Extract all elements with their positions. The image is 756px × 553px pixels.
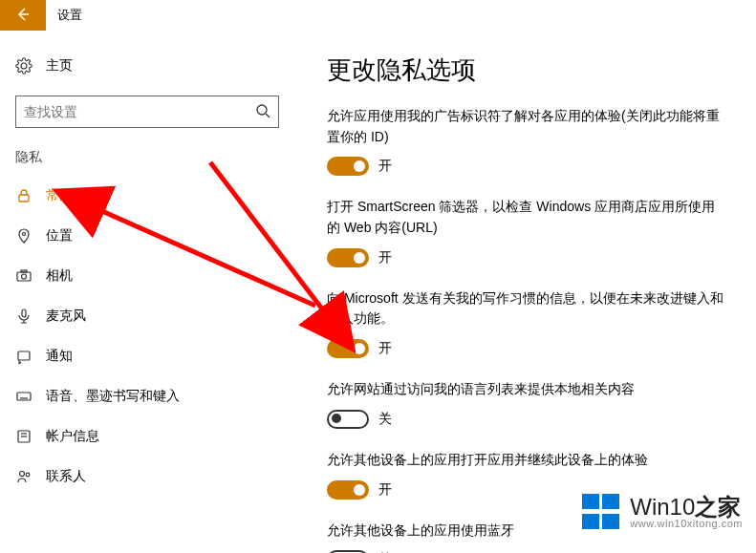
sidebar-item-label: 联系人 bbox=[46, 468, 86, 485]
sidebar-item-location[interactable]: 位置 bbox=[0, 216, 294, 256]
svg-point-0 bbox=[257, 105, 267, 115]
svg-rect-7 bbox=[22, 309, 26, 317]
setting-desc: 允许应用使用我的广告标识符了解对各应用的体验(关闭此功能将重置你的 ID) bbox=[327, 106, 727, 147]
toggle-label: 开 bbox=[378, 481, 392, 499]
sidebar-item-speech[interactable]: 语音、墨迹书写和键入 bbox=[0, 376, 294, 416]
sidebar-home-label: 主页 bbox=[46, 57, 73, 74]
setting-typing-info: 向 Microsoft 发送有关我的写作习惯的信息，以便在未来改进键入和写入功能… bbox=[327, 288, 727, 358]
sidebar-item-label: 通知 bbox=[46, 348, 73, 365]
arrow-left-icon bbox=[15, 7, 31, 25]
toggle-advertising-id[interactable] bbox=[327, 157, 369, 176]
setting-other-devices-apps: 允许其他设备上的应用打开应用并继续此设备上的体验 开 bbox=[327, 450, 727, 500]
sidebar-item-contacts[interactable]: 联系人 bbox=[0, 457, 294, 497]
camera-icon bbox=[15, 268, 32, 284]
toggle-label: 开 bbox=[378, 340, 392, 357]
sidebar-item-label: 常规 bbox=[46, 187, 73, 204]
toggle-other-devices-apps[interactable] bbox=[327, 480, 369, 500]
svg-point-5 bbox=[22, 274, 27, 279]
windows-logo-icon bbox=[582, 494, 622, 530]
toggle-label: 开 bbox=[378, 249, 392, 266]
setting-desc: 允许其他设备上的应用打开应用并继续此设备上的体验 bbox=[327, 450, 727, 471]
toggle-label: 关 bbox=[378, 411, 392, 428]
svg-line-1 bbox=[266, 114, 270, 117]
svg-point-16 bbox=[20, 472, 25, 477]
sidebar-item-label: 帐户信息 bbox=[46, 428, 99, 445]
titlebar: 设置 bbox=[0, 0, 756, 31]
content-pane: 更改隐私选项 允许应用使用我的广告标识符了解对各应用的体验(关闭此功能将重置你的… bbox=[294, 31, 756, 553]
svg-rect-9 bbox=[17, 393, 31, 400]
sidebar-home[interactable]: 主页 bbox=[0, 50, 294, 82]
sidebar-group-label: 隐私 bbox=[0, 145, 294, 176]
svg-rect-4 bbox=[17, 272, 31, 281]
setting-advertising-id: 允许应用使用我的广告标识符了解对各应用的体验(关闭此功能将重置你的 ID) 开 bbox=[327, 106, 727, 176]
svg-point-17 bbox=[26, 473, 30, 477]
gear-icon bbox=[15, 57, 32, 74]
sidebar-item-label: 语音、墨迹书写和键入 bbox=[46, 388, 180, 405]
search-input[interactable] bbox=[24, 104, 255, 119]
setting-desc: 允许网站通过访问我的语言列表来提供本地相关内容 bbox=[327, 379, 727, 400]
keyboard-icon bbox=[15, 389, 32, 404]
watermark-text: Win10之家 bbox=[630, 496, 743, 519]
toggle-smartscreen[interactable] bbox=[327, 248, 369, 267]
sidebar-item-camera[interactable]: 相机 bbox=[0, 256, 294, 296]
toggle-typing-info[interactable] bbox=[327, 339, 369, 358]
page-title: 更改隐私选项 bbox=[327, 53, 727, 87]
setting-desc: 向 Microsoft 发送有关我的写作习惯的信息，以便在未来改进键入和写入功能… bbox=[327, 288, 727, 330]
setting-desc: 打开 SmartScreen 筛选器，以检查 Windows 应用商店应用所使用… bbox=[327, 197, 727, 238]
sidebar-item-label: 相机 bbox=[46, 267, 73, 285]
sidebar-item-microphone[interactable]: 麦克风 bbox=[0, 296, 294, 336]
sidebar-item-label: 位置 bbox=[46, 227, 73, 245]
microphone-icon bbox=[15, 308, 32, 324]
window-title: 设置 bbox=[46, 0, 82, 31]
svg-rect-6 bbox=[21, 270, 27, 272]
toggle-label: 开 bbox=[378, 158, 392, 175]
search-icon bbox=[255, 103, 270, 121]
notification-icon bbox=[15, 349, 32, 364]
setting-smartscreen: 打开 SmartScreen 筛选器，以检查 Windows 应用商店应用所使用… bbox=[327, 197, 727, 266]
svg-rect-8 bbox=[18, 351, 30, 360]
svg-point-3 bbox=[23, 233, 26, 236]
sidebar-item-general[interactable]: 常规 bbox=[0, 176, 294, 216]
sidebar-item-label: 麦克风 bbox=[46, 308, 86, 325]
lock-icon bbox=[15, 188, 32, 203]
search-box[interactable] bbox=[15, 96, 279, 128]
setting-language-list: 允许网站通过访问我的语言列表来提供本地相关内容 关 bbox=[327, 379, 727, 429]
watermark: Win10之家 www.win10xitong.com bbox=[582, 494, 743, 530]
account-icon bbox=[15, 429, 32, 444]
sidebar: 主页 隐私 常规 位置 相机 麦克风 通知 bbox=[0, 31, 294, 553]
contacts-icon bbox=[15, 469, 32, 484]
back-button[interactable] bbox=[0, 0, 46, 31]
location-icon bbox=[15, 228, 32, 244]
toggle-language-list[interactable] bbox=[327, 410, 369, 429]
svg-rect-2 bbox=[19, 195, 29, 202]
sidebar-item-account[interactable]: 帐户信息 bbox=[0, 416, 294, 457]
main-layout: 主页 隐私 常规 位置 相机 麦克风 通知 bbox=[0, 31, 756, 553]
sidebar-item-notifications[interactable]: 通知 bbox=[0, 336, 294, 376]
watermark-url: www.win10xitong.com bbox=[630, 519, 743, 529]
